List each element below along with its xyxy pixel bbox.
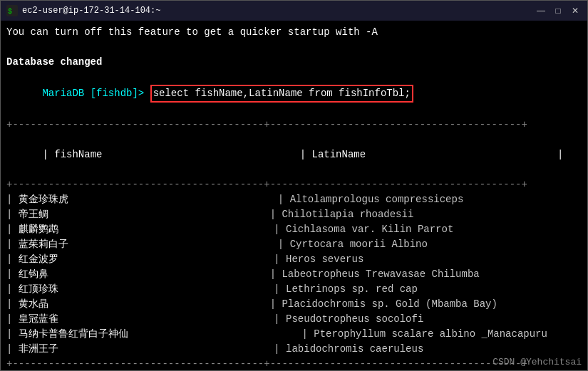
svg-text:$: $ [8,8,12,16]
table-row: | 红金波罗 | Heros severus [6,252,582,267]
line-feature: You can turn off this feature to get a q… [6,25,582,40]
table-row: | 黄水晶 | Placidochromis sp. Gold (Mbamba … [6,297,582,312]
line-select-cmd: MariaDB [fishdb]> select fishName,LatinN… [6,70,582,117]
terminal-window: $ ec2-user@ip-172-31-14-104:~ — □ ✕ You … [0,0,588,371]
close-button[interactable]: ✕ [569,4,582,17]
title-bar-left: $ ec2-user@ip-172-31-14-104:~ [6,5,160,16]
table-row: | 帝王鲷 | Chilotilapia rhoadesii [6,207,582,222]
divider-header: +---------------------------------------… [6,177,582,192]
window-controls: — □ ✕ [535,4,582,17]
table-row: | 蓝茱莉白子 | Cyrtocara moorii Albino [6,237,582,252]
prompt-db: MariaDB [fishdb]> [42,88,150,99]
select-command: select fishName,LatinName from fishInfoT… [150,85,413,103]
column-header: | fishName | LatinName | [6,132,582,177]
divider-top: +---------------------------------------… [6,117,582,132]
table-row: | 黄金珍珠虎 | Altolamprologus compressiceps [6,192,582,207]
window-title: ec2-user@ip-172-31-14-104:~ [22,6,160,16]
title-bar: $ ec2-user@ip-172-31-14-104:~ — □ ✕ [1,1,587,21]
table-row: | 红钩鼻 | Labeotropheus Trewavasae Chilumb… [6,267,582,282]
terminal-body[interactable]: You can turn off this feature to get a q… [1,21,587,370]
table-row: | 皇冠蓝雀 | Pseudotropheus socolofi [6,312,582,327]
watermark: CSDN @Yehchitsai [492,357,582,367]
table-row: | 麒麟鹦鹉 | Cichlasoma var. Kilin Parrot [6,222,582,237]
maximize-button[interactable]: □ [552,4,564,17]
terminal-icon: $ [6,5,18,16]
line-db-changed: Database changed [6,55,582,70]
line-blank1 [6,40,582,55]
minimize-button[interactable]: — [535,4,547,17]
table-row: | 红顶珍珠 | Lethrinops sp. red cap [6,282,582,297]
table-row: | 非洲王子 | labidochromis caeruleus [6,342,582,357]
table-rows: | 黄金珍珠虎 | Altolamprologus compressiceps|… [6,192,582,357]
table-row: | 马纳卡普鲁红背白子神仙 | Pterophyllum scalare alb… [6,327,582,342]
